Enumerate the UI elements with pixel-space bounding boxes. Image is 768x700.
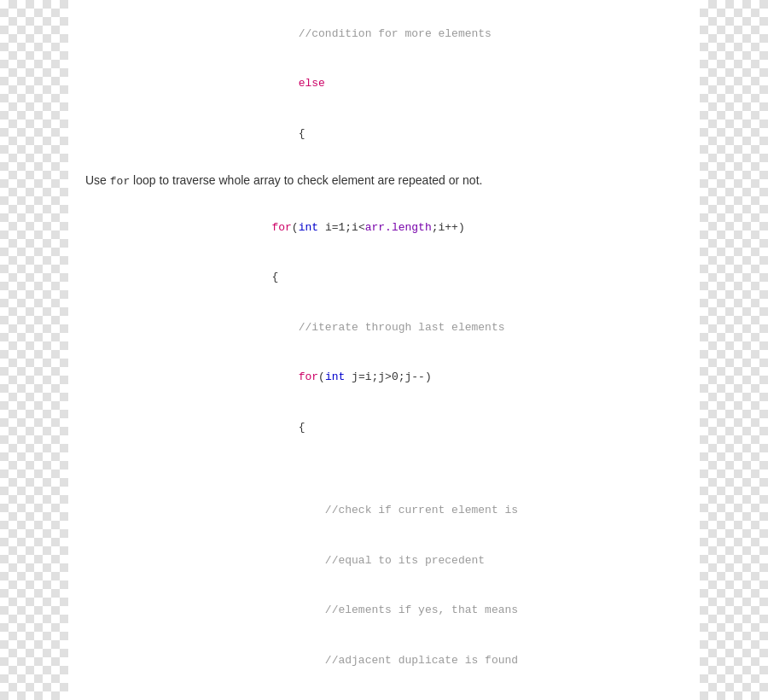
brace-for-outer: { bbox=[112, 271, 278, 283]
prose-text-before: Use bbox=[85, 173, 110, 187]
prose-text-after: loop to traverse whole array to check el… bbox=[130, 173, 482, 187]
prose-description: Use for loop to traverse whole array to … bbox=[85, 171, 683, 191]
for-inner-body: j=i;j>0;j--) bbox=[345, 370, 431, 383]
comment-check-2: //equal to its precedent bbox=[112, 554, 485, 567]
comment-iterate: //iterate through last elements bbox=[112, 321, 504, 334]
brace-for-inner: { bbox=[112, 421, 305, 434]
kw-int-1: int bbox=[299, 221, 318, 234]
for-outer-params: ( bbox=[292, 221, 299, 234]
kw-else-1: else bbox=[112, 77, 325, 90]
for-outer-end: ;i++) bbox=[432, 221, 465, 234]
brace-open-1: { bbox=[112, 127, 305, 140]
kw-for-outer: for bbox=[112, 221, 292, 234]
for-outer-body: i=1;i< bbox=[318, 221, 365, 234]
main-code-block: for(int i=1;i<arr.length;i++) { //iterat… bbox=[85, 202, 683, 700]
kw-for-inner: for bbox=[112, 370, 318, 383]
top-code-block: //condition for more elements else { bbox=[85, 9, 683, 159]
inline-code-for: for bbox=[110, 175, 130, 188]
comment-check-4: //adjacent duplicate is found bbox=[112, 654, 518, 667]
comment-check-3: //elements if yes, that means bbox=[112, 604, 518, 616]
comment-condition: //condition for more elements bbox=[112, 27, 492, 40]
page-content: //condition for more elements else { Use… bbox=[68, 0, 700, 700]
kw-int-2: int bbox=[325, 370, 345, 383]
kw-arr-length: arr.length bbox=[365, 221, 432, 234]
for-inner-params: ( bbox=[318, 370, 325, 383]
comment-check-1: //check if current element is bbox=[112, 504, 518, 516]
